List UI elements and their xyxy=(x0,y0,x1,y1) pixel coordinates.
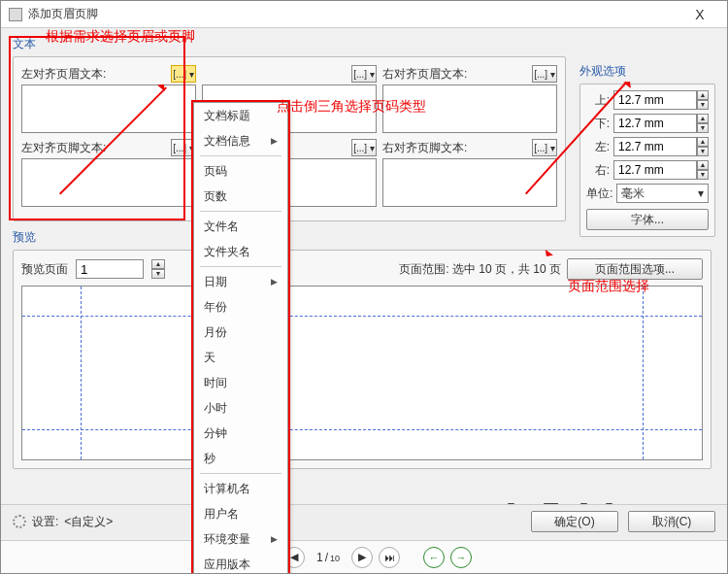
menu-item-label: 年份 xyxy=(204,299,227,316)
spin-down-icon[interactable]: ▼ xyxy=(697,100,709,110)
chevron-down-icon: ▾ xyxy=(698,186,704,200)
menu-item-label: 应用版本 xyxy=(204,557,250,573)
spin-up-icon[interactable]: ▲ xyxy=(697,160,709,170)
preview-page-label: 预览页面 xyxy=(21,261,68,278)
right-footer-input[interactable] xyxy=(382,158,557,207)
menu-item[interactable]: 文档信息▶ xyxy=(194,128,287,153)
unit-label: 单位: xyxy=(586,186,612,202)
nav-forward-button[interactable]: → xyxy=(450,547,472,568)
menu-item-label: 页数 xyxy=(204,188,227,205)
menu-item[interactable]: 页码 xyxy=(194,158,287,184)
window-title: 添加页眉页脚 xyxy=(28,6,98,22)
menu-item-label: 小时 xyxy=(204,400,227,417)
submenu-arrow-icon: ▶ xyxy=(271,534,278,544)
menu-item-label: 文件名 xyxy=(204,219,239,235)
settings-label: 设置: xyxy=(32,514,58,530)
left-footer-input[interactable] xyxy=(21,158,196,207)
menu-item-label: 计算机名 xyxy=(204,481,250,497)
spin-up-icon[interactable]: ▲ xyxy=(697,90,709,100)
left-header-dropdown[interactable]: [...] ▾ xyxy=(171,65,196,83)
spin-down-icon[interactable]: ▼ xyxy=(697,147,709,156)
menu-item[interactable]: 文件夹名 xyxy=(194,239,287,264)
gear-icon[interactable] xyxy=(13,515,26,528)
page-indicator: 1/10 xyxy=(311,551,346,564)
menu-item-label: 文档信息 xyxy=(204,133,250,150)
spin-up-icon[interactable]: ▲ xyxy=(697,114,709,123)
spin-up-icon[interactable]: ▲ xyxy=(151,259,165,269)
right-footer-label: 右对齐页脚文本: xyxy=(382,140,467,156)
spin-up-icon[interactable]: ▲ xyxy=(697,137,709,147)
spin-down-icon[interactable]: ▼ xyxy=(151,269,165,279)
menu-item[interactable]: 小时 xyxy=(194,395,287,421)
menu-item-label: 时间 xyxy=(204,375,227,391)
right-header-dropdown[interactable]: [...] ▾ xyxy=(532,65,557,83)
close-button[interactable]: X xyxy=(680,3,719,26)
margin-left-label: 左: xyxy=(586,139,610,155)
right-header-label: 右对齐页眉文本: xyxy=(382,66,467,83)
menu-item[interactable]: 月份 xyxy=(194,320,287,345)
nav-back-button[interactable]: ← xyxy=(423,547,445,568)
menu-item-label: 月份 xyxy=(204,324,227,341)
menu-item[interactable]: 环境变量▶ xyxy=(194,526,287,552)
menu-item[interactable]: 日期▶ xyxy=(194,269,287,294)
cancel-button[interactable]: 取消(C) xyxy=(628,511,715,532)
page-range-button[interactable]: 页面范围选项... xyxy=(567,258,703,280)
menu-item[interactable]: 文件名 xyxy=(194,214,287,239)
spin-down-icon[interactable]: ▼ xyxy=(697,170,709,180)
text-section-label: 文本 xyxy=(13,36,715,52)
left-footer-label: 左对齐页脚文本: xyxy=(21,140,106,156)
menu-item[interactable]: 计算机名 xyxy=(194,476,287,501)
menu-item-label: 天 xyxy=(204,350,215,366)
margin-top-input[interactable] xyxy=(613,90,697,110)
right-footer-dropdown[interactable]: [...] ▾ xyxy=(532,139,557,156)
menu-item[interactable]: 应用版本 xyxy=(194,552,287,574)
menu-item[interactable]: 天 xyxy=(194,345,287,370)
menu-item-label: 用户名 xyxy=(204,506,239,523)
right-header-input[interactable] xyxy=(382,84,557,133)
submenu-arrow-icon: ▶ xyxy=(271,277,278,287)
unit-select[interactable]: 毫米▾ xyxy=(616,184,709,203)
menu-separator xyxy=(200,211,281,212)
menu-item-label: 页码 xyxy=(204,163,227,180)
menu-separator xyxy=(200,155,281,156)
margin-left-input[interactable] xyxy=(613,137,697,156)
menu-item[interactable]: 年份 xyxy=(194,294,287,320)
right-footer-block: 右对齐页脚文本: [...] ▾ xyxy=(382,139,557,207)
margin-right-input[interactable] xyxy=(613,160,697,180)
app-icon xyxy=(9,8,22,21)
menu-item[interactable]: 秒 xyxy=(194,446,287,471)
left-header-input[interactable] xyxy=(21,84,196,133)
ok-button[interactable]: 确定(O) xyxy=(531,511,618,532)
font-button[interactable]: 字体... xyxy=(586,209,709,230)
insert-macro-menu[interactable]: 文档标题文档信息▶页码页数文件名文件夹名日期▶年份月份天时间小时分钟秒计算机名用… xyxy=(193,102,288,574)
preview-page-input[interactable] xyxy=(76,259,144,279)
menu-item[interactable]: 用户名 xyxy=(194,501,287,526)
last-page-button[interactable]: ⏭ xyxy=(379,547,400,568)
center-footer-dropdown[interactable]: [...] ▾ xyxy=(351,139,377,156)
next-page-button[interactable]: ▶ xyxy=(351,547,373,568)
pager-bar: ⏮ ◀ 1/10 ▶ ⏭ ← → xyxy=(1,540,727,573)
left-header-block: 左对齐页眉文本: [...] ▾ xyxy=(21,65,196,133)
menu-item[interactable]: 页数 xyxy=(194,184,287,209)
menu-item-label: 文件夹名 xyxy=(204,244,250,260)
appearance-label: 外观选项 xyxy=(579,63,715,80)
menu-item-label: 分钟 xyxy=(204,425,227,442)
menu-separator xyxy=(200,266,281,267)
dialog-window: 添加页眉页脚 X 根据需求选择页眉或页脚 点击倒三角选择页码类型 页面范围选择 … xyxy=(0,0,728,574)
spin-down-icon[interactable]: ▼ xyxy=(697,123,709,133)
page-range-text: 页面范围: 选中 10 页，共 10 页 xyxy=(399,261,561,278)
menu-item-label: 文档标题 xyxy=(204,108,250,124)
titlebar: 添加页眉页脚 X xyxy=(1,1,727,28)
text-group: 左对齐页眉文本: [...] ▾ [...] ▾ 右对齐页眉文本: [.. xyxy=(13,56,566,221)
right-header-block: 右对齐页眉文本: [...] ▾ xyxy=(382,65,557,133)
menu-item[interactable]: 分钟 xyxy=(194,421,287,446)
left-header-label: 左对齐页眉文本: xyxy=(21,66,106,83)
menu-item-label: 环境变量 xyxy=(204,531,250,548)
margin-bottom-label: 下: xyxy=(586,116,610,132)
menu-item[interactable]: 时间 xyxy=(194,370,287,395)
margin-bottom-input[interactable] xyxy=(613,114,697,133)
menu-separator xyxy=(200,473,281,474)
preview-canvas xyxy=(21,286,703,460)
menu-item[interactable]: 文档标题 xyxy=(194,103,287,128)
center-header-dropdown[interactable]: [...] ▾ xyxy=(351,65,377,83)
